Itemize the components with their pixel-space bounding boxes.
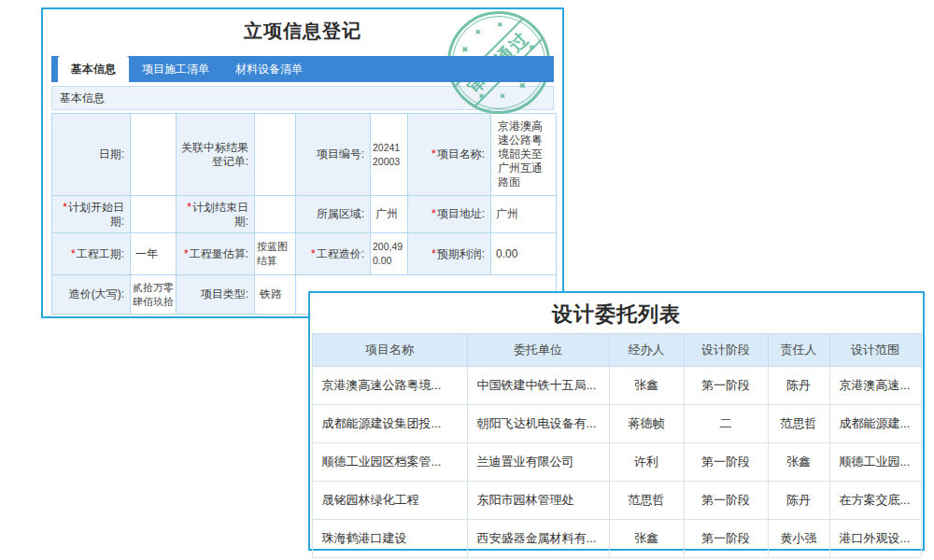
tab-construction-list[interactable]: 项目施工清单 bbox=[129, 56, 222, 82]
expected-profit-value: 0.00 bbox=[491, 233, 557, 275]
col-design-stage: 设计阶段 bbox=[684, 334, 768, 367]
owner-link[interactable]: 陈丹 bbox=[768, 367, 829, 405]
handler-link[interactable]: 张鑫 bbox=[609, 367, 684, 405]
field-label: 工程工期: bbox=[77, 247, 124, 260]
table-row: 京港澳高速公路粤境... 中国铁建中铁十五局... 张鑫 第一阶段 陈丹 京港澳… bbox=[312, 367, 921, 405]
required-mark: * bbox=[63, 201, 67, 214]
field-label: 项目名称: bbox=[437, 147, 485, 161]
page-title: 立项信息登记 bbox=[43, 19, 562, 43]
duration-value: 一年 bbox=[131, 233, 177, 275]
table-row: 晟铭园林绿化工程 东阳市园林管理处 范思哲 第一阶段 陈丹 在方案交底... bbox=[312, 482, 921, 520]
field-label: 关联中标结果登记单: bbox=[181, 141, 248, 168]
col-handler: 经办人 bbox=[609, 334, 684, 367]
plan-start-date-field bbox=[131, 196, 177, 233]
design-scope-cell: 港口外观设... bbox=[829, 520, 921, 558]
design-stage-cell: 第一阶段 bbox=[684, 367, 768, 405]
plan-end-date-field bbox=[255, 196, 296, 233]
field-label: 工程量估算: bbox=[190, 247, 248, 260]
registration-panel: 立项信息登记 基本信息 项目施工清单 材料设备清单 基本信息 日期: 关联中标结… bbox=[41, 7, 564, 318]
table-row: 顺德工业园区档案管... 兰迪置业有限公司 许利 第一阶段 张鑫 顺德工业园..… bbox=[312, 443, 921, 482]
required-mark: * bbox=[432, 147, 436, 161]
required-mark: * bbox=[187, 201, 191, 214]
field-label: 计划开始日期: bbox=[68, 201, 124, 228]
project-name-value: 京港澳高速公路粤境韶关至广州互通路面 bbox=[491, 114, 557, 196]
owner-link[interactable]: 张鑫 bbox=[768, 443, 829, 482]
project-cost-value: 200,490.00 bbox=[371, 233, 408, 275]
commission-table: 项目名称 委托单位 经办人 设计阶段 责任人 设计范围 京港澳高速公路粤境...… bbox=[312, 333, 922, 558]
owner-link[interactable]: 黄小强 bbox=[768, 520, 829, 558]
bid-result-field bbox=[255, 114, 296, 196]
design-scope-cell: 在方案交底... bbox=[829, 482, 921, 520]
design-stage-cell: 二 bbox=[684, 405, 768, 443]
field-label: 造价(大写): bbox=[69, 287, 124, 301]
form-row: *工程工期: 一年 *工程量估算: 按蓝图结算 *工程造价: 200,490.0… bbox=[52, 233, 557, 275]
project-number-label: 项目编号: bbox=[296, 114, 371, 196]
project-address-label: *项目地址: bbox=[408, 196, 491, 233]
cost-in-words-value: 贰拾万零肆佰玖拾 bbox=[131, 275, 177, 315]
cost-in-words-label: 造价(大写): bbox=[52, 275, 131, 315]
table-row: 成都能源建设集团投... 朝阳飞达机电设备有... 蒋德帧 二 范思哲 成都能源… bbox=[312, 405, 921, 443]
duration-label: *工程工期: bbox=[52, 233, 131, 275]
col-owner: 责任人 bbox=[768, 334, 829, 367]
design-scope-cell: 顺德工业园... bbox=[829, 443, 921, 482]
field-label: 所属区域: bbox=[317, 207, 364, 220]
required-mark: * bbox=[432, 247, 436, 260]
project-number-value: 2024120003 bbox=[371, 114, 408, 196]
project-name-link[interactable]: 成都能源建设集团投... bbox=[312, 405, 467, 443]
project-name-link[interactable]: 顺德工业园区档案管... bbox=[312, 443, 467, 482]
design-stage-cell: 第一阶段 bbox=[684, 443, 768, 482]
registration-form-table: 日期: 关联中标结果登记单: 项目编号: 2024120003 *项目名称: 京… bbox=[51, 113, 557, 315]
table-row: 珠海鹤港口建设 西安盛器金属材料有... 张鑫 第一阶段 黄小强 港口外观设..… bbox=[312, 520, 921, 558]
date-field bbox=[131, 114, 177, 196]
project-name-label: *项目名称: bbox=[408, 114, 491, 196]
client-unit-cell: 西安盛器金属材料有... bbox=[467, 520, 609, 558]
field-label: 项目类型: bbox=[201, 287, 248, 301]
project-cost-label: *工程造价: bbox=[296, 233, 371, 275]
handler-link[interactable]: 蒋德帧 bbox=[609, 405, 684, 443]
tab-material-equipment-list[interactable]: 材料设备清单 bbox=[222, 56, 316, 82]
handler-link[interactable]: 许利 bbox=[609, 443, 684, 482]
plan-end-date-label: *计划结束日期: bbox=[177, 196, 255, 233]
field-label: 预期利润: bbox=[437, 247, 485, 260]
commission-list-panel: 设计委托列表 项目名称 委托单位 经办人 设计阶段 责任人 设计范围 京港澳高速… bbox=[308, 291, 925, 551]
project-name-link[interactable]: 珠海鹤港口建设 bbox=[312, 520, 467, 558]
required-mark: * bbox=[71, 247, 76, 260]
project-address-value: 广州 bbox=[491, 196, 557, 233]
date-label: 日期: bbox=[52, 114, 131, 196]
required-mark: * bbox=[311, 247, 316, 260]
owner-link[interactable]: 陈丹 bbox=[768, 482, 829, 520]
field-label: 工程造价: bbox=[317, 247, 364, 260]
tab-bar: 基本信息 项目施工清单 材料设备清单 bbox=[51, 56, 554, 82]
region-value: 广州 bbox=[371, 196, 408, 233]
design-scope-cell: 成都能源建... bbox=[829, 405, 921, 443]
col-client-unit: 委托单位 bbox=[467, 334, 609, 367]
client-unit-cell: 兰迪置业有限公司 bbox=[467, 443, 609, 482]
quantity-estimate-value: 按蓝图结算 bbox=[255, 233, 296, 275]
required-mark: * bbox=[184, 247, 189, 260]
design-stage-cell: 第一阶段 bbox=[684, 520, 768, 558]
field-label: 项目地址: bbox=[437, 207, 485, 220]
col-project-name: 项目名称 bbox=[312, 334, 467, 367]
design-scope-cell: 京港澳高速... bbox=[829, 367, 921, 405]
table-header-row: 项目名称 委托单位 经办人 设计阶段 责任人 设计范围 bbox=[312, 334, 921, 367]
project-name-link[interactable]: 京港澳高速公路粤境... bbox=[312, 367, 467, 405]
client-unit-cell: 东阳市园林管理处 bbox=[467, 482, 609, 520]
project-type-label: 项目类型: bbox=[177, 275, 255, 315]
project-name-link[interactable]: 晟铭园林绿化工程 bbox=[312, 482, 467, 520]
field-label: 项目编号: bbox=[317, 147, 364, 161]
client-unit-cell: 朝阳飞达机电设备有... bbox=[467, 405, 609, 443]
form-row: *计划开始日期: *计划结束日期: 所属区域: 广州 *项目地址: 广州 bbox=[52, 196, 557, 233]
col-design-scope: 设计范围 bbox=[829, 334, 921, 367]
quantity-estimate-label: *工程量估算: bbox=[177, 233, 255, 275]
handler-link[interactable]: 张鑫 bbox=[609, 520, 684, 558]
owner-link[interactable]: 范思哲 bbox=[768, 405, 829, 443]
plan-start-date-label: *计划开始日期: bbox=[52, 196, 131, 233]
handler-link[interactable]: 范思哲 bbox=[609, 482, 684, 520]
list-title: 设计委托列表 bbox=[310, 301, 923, 329]
bid-result-label: 关联中标结果登记单: bbox=[177, 114, 255, 196]
project-type-value: 铁路 bbox=[255, 275, 296, 315]
field-label: 日期: bbox=[99, 147, 124, 161]
tab-basic-info[interactable]: 基本信息 bbox=[58, 56, 129, 82]
form-row: 日期: 关联中标结果登记单: 项目编号: 2024120003 *项目名称: 京… bbox=[52, 114, 557, 196]
design-stage-cell: 第一阶段 bbox=[684, 482, 768, 520]
